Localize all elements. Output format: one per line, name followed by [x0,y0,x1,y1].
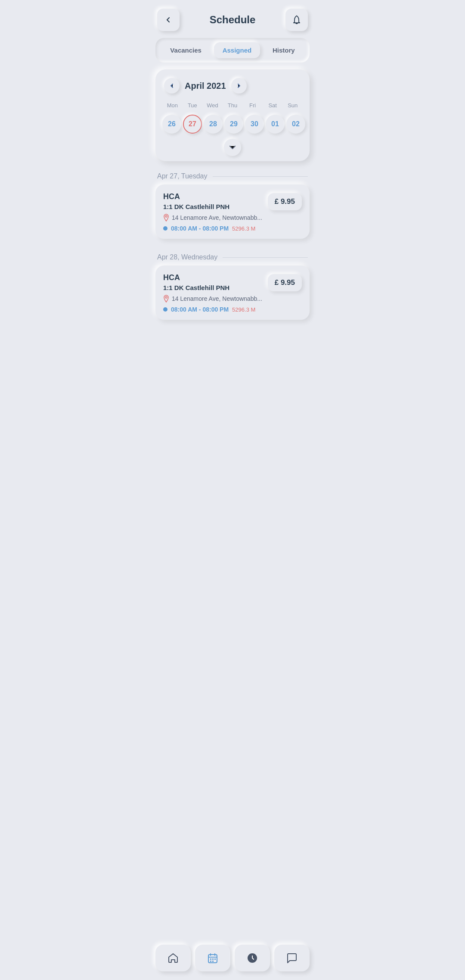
calendar-expand [162,135,303,161]
calendar-prev-button[interactable] [164,78,180,94]
distance-text-apr28: 5296.3 M [232,306,255,313]
tab-history[interactable]: History [264,42,304,58]
svg-rect-4 [210,958,211,960]
time-dot-apr28 [163,307,167,312]
weekday-mon: Mon [162,100,183,110]
schedule-card-apr28[interactable]: HCA 1:1 DK Castlehill PNH 14 Lenamore Av… [155,265,310,320]
calendar-day-29[interactable]: 29 [224,115,243,134]
svg-rect-6 [214,958,216,960]
calendar-day-26[interactable]: 26 [162,115,181,134]
calendar-day-01[interactable]: 01 [266,115,285,134]
calendar-weekdays: Mon Tue Wed Thu Fri Sat Sun [162,100,303,110]
price-badge-apr28: £ 9.95 [268,274,302,291]
tab-vacancies[interactable]: Vacancies [161,42,210,58]
price-text-apr28: £ 9.95 [275,278,295,287]
weekday-sun: Sun [282,100,303,110]
svg-point-0 [296,16,297,16]
location-text-apr27: 14 Lenamore Ave, Newtownabb... [172,214,262,221]
schedule-time-apr27: 08:00 AM - 08:00 PM 5296.3 M [163,225,302,232]
schedule-location-apr28: 14 Lenamore Ave, Newtownabb... [163,295,302,303]
weekday-tue: Tue [183,100,203,110]
date-section-apr28: Apr 28, Wednesday [149,246,316,265]
date-section-apr27: Apr 27, Tuesday [149,165,316,184]
svg-rect-7 [210,961,211,962]
calendar-day-30[interactable]: 30 [245,115,264,134]
schedule-time-apr28: 08:00 AM - 08:00 PM 5296.3 M [163,306,302,313]
calendar-day-27[interactable]: 27 [183,115,202,134]
tab-bar: Vacancies Assigned History [155,38,310,62]
time-dot-apr27 [163,226,167,231]
price-text-apr27: £ 9.95 [275,197,295,206]
nav-clock-button[interactable] [235,945,270,971]
notification-button[interactable] [285,9,308,31]
price-badge-apr27: £ 9.95 [268,193,302,210]
nav-home-button[interactable] [155,945,191,971]
calendar-nav: April 2021 [162,78,303,94]
calendar-card: April 2021 Mon Tue Wed Thu Fri Sat Sun 2… [155,69,310,161]
time-text-apr27: 08:00 AM - 08:00 PM [171,225,229,232]
date-divider-apr27 [213,176,308,177]
calendar-days: 26 27 28 29 30 01 02 [162,115,303,134]
calendar-expand-button[interactable] [224,139,241,156]
schedule-card-apr27[interactable]: HCA 1:1 DK Castlehill PNH 14 Lenamore Av… [155,184,310,239]
svg-rect-8 [212,961,214,962]
page-title: Schedule [210,14,256,26]
calendar-next-button[interactable] [231,78,247,94]
back-button[interactable] [157,9,180,31]
weekday-sat: Sat [263,100,283,110]
header: Schedule [149,0,316,38]
nav-chat-button[interactable] [274,945,310,971]
svg-rect-5 [212,958,214,960]
svg-point-2 [165,296,167,298]
schedule-location-apr27: 14 Lenamore Ave, Newtownabb... [163,214,302,222]
location-pin-icon-apr27 [163,214,169,222]
weekday-fri: Fri [242,100,263,110]
nav-calendar-button[interactable] [195,945,230,971]
weekday-thu: Thu [223,100,243,110]
date-label-apr27: Apr 27, Tuesday [157,172,208,180]
calendar-day-02[interactable]: 02 [286,115,305,134]
bottom-nav [149,940,316,980]
tab-assigned[interactable]: Assigned [214,42,260,58]
time-text-apr28: 08:00 AM - 08:00 PM [171,306,229,313]
svg-point-1 [165,215,167,217]
distance-text-apr27: 5296.3 M [232,225,255,232]
location-text-apr28: 14 Lenamore Ave, Newtownabb... [172,295,262,302]
calendar-day-28[interactable]: 28 [204,115,223,134]
date-divider-apr28 [223,257,308,258]
date-label-apr28: Apr 28, Wednesday [157,253,217,261]
weekday-wed: Wed [202,100,223,110]
location-pin-icon-apr28 [163,295,169,303]
calendar-month: April 2021 [185,81,226,91]
